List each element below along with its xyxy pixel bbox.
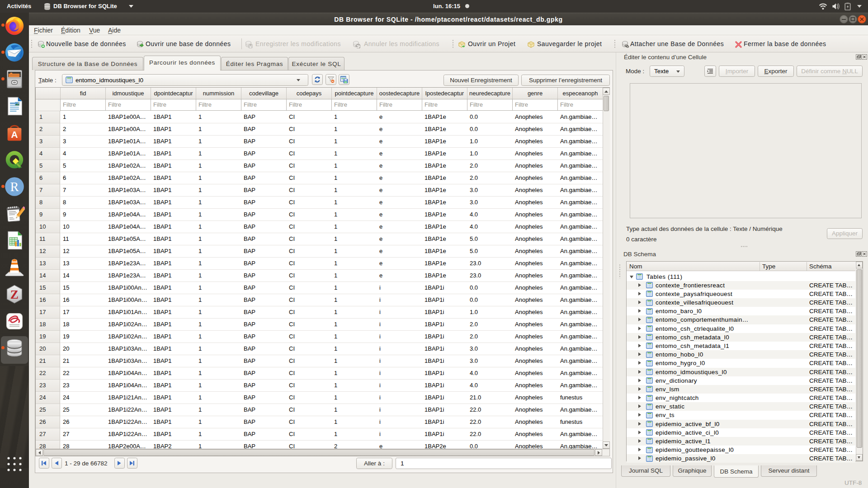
- svg-text:A: A: [11, 129, 18, 140]
- svg-text:Z: Z: [10, 288, 19, 301]
- svg-text:R: R: [10, 180, 19, 194]
